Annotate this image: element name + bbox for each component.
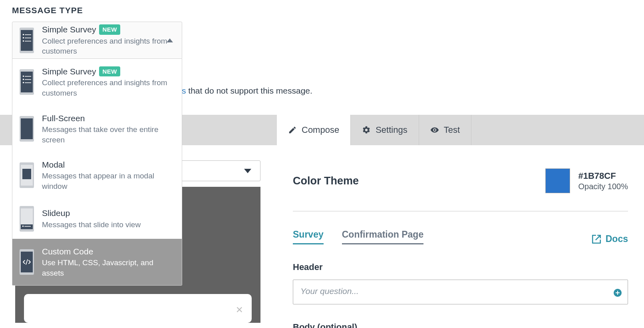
color-theme-title: Color Theme	[293, 175, 359, 187]
add-button[interactable]	[613, 288, 622, 298]
color-theme-display[interactable]: #1B78CF Opacity 100%	[545, 168, 628, 193]
message-type-options: Simple Survey NEW Collect preferences an…	[12, 59, 182, 286]
new-badge: NEW	[99, 66, 120, 77]
svg-rect-20	[22, 169, 31, 179]
option-modal[interactable]: Modal Messages that appear in a modal wi…	[12, 152, 182, 199]
svg-rect-9	[21, 72, 33, 92]
unsupported-message-text: s that do not support this message.	[182, 86, 312, 96]
compose-panel: Color Theme #1B78CF Opacity 100% Survey …	[277, 145, 644, 328]
header-input-wrap	[293, 280, 628, 306]
svg-rect-2	[23, 34, 24, 35]
unsupported-rest: that do not support this message.	[186, 86, 312, 95]
preview-card: ×	[24, 294, 252, 323]
message-type-select[interactable]: Simple Survey NEW Collect preferences an…	[12, 22, 182, 59]
eye-icon	[430, 126, 439, 134]
subtab-confirmation[interactable]: Confirmation Page	[342, 229, 423, 244]
editor-tabs: Compose Settings Test	[277, 115, 471, 145]
close-icon[interactable]: ×	[236, 303, 243, 316]
option-simple-survey[interactable]: Simple Survey NEW Collect preferences an…	[12, 59, 182, 106]
simple-survey-icon	[20, 69, 34, 95]
divider	[293, 211, 628, 212]
simple-survey-icon	[20, 28, 34, 53]
unsupported-link-fragment[interactable]: s	[182, 86, 186, 95]
chevron-up-icon	[167, 38, 173, 42]
tab-test-label: Test	[444, 125, 460, 135]
svg-rect-15	[25, 82, 31, 83]
selected-desc: Collect preferences and insights from cu…	[42, 36, 175, 56]
svg-rect-6	[23, 40, 24, 42]
svg-rect-1	[21, 30, 33, 51]
body-label: Body (optional)	[293, 322, 628, 328]
selected-title: Simple Survey	[42, 24, 96, 35]
tab-compose-label: Compose	[302, 125, 339, 135]
color-swatch[interactable]	[545, 168, 570, 193]
option-desc: Messages that slide into view	[42, 220, 175, 230]
svg-rect-11	[25, 76, 31, 77]
option-title: Modal	[42, 159, 65, 170]
svg-rect-14	[23, 82, 24, 83]
svg-rect-10	[23, 76, 24, 77]
external-link-icon	[591, 234, 602, 244]
option-desc: Messages that take over the entire scree…	[42, 124, 175, 145]
custom-code-icon	[20, 249, 34, 275]
survey-subtabs: Survey Confirmation Page Docs	[293, 229, 628, 244]
pencil-icon	[288, 126, 297, 134]
plus-circle-icon	[613, 288, 622, 298]
svg-rect-17	[21, 118, 33, 139]
option-desc: Use HTML, CSS, Javascript, and assets	[42, 258, 175, 278]
color-opacity: Opacity 100%	[578, 182, 628, 191]
svg-rect-25	[24, 226, 31, 227]
option-slideup[interactable]: Slideup Messages that slide into view	[12, 199, 182, 239]
color-theme-row: Color Theme #1B78CF Opacity 100%	[293, 168, 628, 193]
subtab-survey[interactable]: Survey	[293, 229, 324, 244]
svg-rect-3	[25, 34, 31, 35]
header-label: Header	[293, 262, 628, 272]
docs-link[interactable]: Docs	[591, 234, 628, 244]
option-title: Simple Survey	[42, 66, 96, 77]
option-title: Custom Code	[42, 246, 93, 257]
selected-text: Simple Survey NEW Collect preferences an…	[42, 24, 175, 56]
caret-down-icon	[244, 169, 251, 173]
svg-rect-12	[23, 79, 24, 80]
option-title: Slideup	[42, 208, 70, 218]
slideup-icon	[20, 206, 34, 232]
svg-rect-4	[23, 37, 24, 38]
option-desc: Collect preferences and insights from cu…	[42, 78, 175, 98]
full-screen-icon	[20, 116, 34, 142]
docs-label: Docs	[606, 234, 628, 244]
tab-settings-label: Settings	[376, 125, 407, 135]
option-custom-code[interactable]: Custom Code Use HTML, CSS, Javascript, a…	[12, 239, 182, 286]
svg-rect-13	[25, 79, 31, 80]
new-badge: NEW	[99, 24, 120, 35]
message-type-heading: MESSAGE TYPE	[12, 6, 83, 15]
option-full-screen[interactable]: Full-Screen Messages that take over the …	[12, 106, 182, 152]
header-input[interactable]	[293, 280, 628, 304]
tab-compose[interactable]: Compose	[277, 115, 351, 145]
option-desc: Messages that appear in a modal window	[42, 171, 175, 191]
svg-rect-24	[22, 226, 24, 227]
svg-rect-5	[25, 38, 31, 38]
color-theme-text: #1B78CF Opacity 100%	[578, 171, 628, 191]
svg-rect-7	[25, 41, 31, 42]
modal-icon	[20, 162, 34, 188]
option-title: Full-Screen	[42, 113, 85, 124]
gear-icon	[362, 126, 371, 134]
tab-test[interactable]: Test	[419, 115, 471, 145]
tab-settings[interactable]: Settings	[351, 115, 419, 145]
color-hex: #1B78CF	[578, 171, 628, 181]
